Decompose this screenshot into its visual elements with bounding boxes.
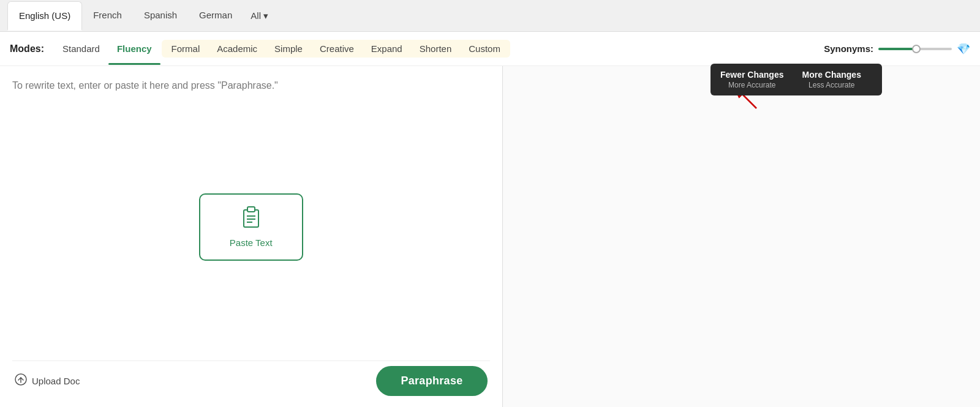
lang-tab-french[interactable]: French (82, 1, 133, 30)
bottom-bar: Upload Doc Paraphrase (12, 360, 490, 401)
mode-custom[interactable]: Custom (460, 40, 509, 58)
mode-academic[interactable]: Academic (208, 40, 266, 58)
clipboard-icon (241, 206, 261, 233)
paraphrase-button[interactable]: Paraphrase (376, 366, 487, 396)
mode-shorten[interactable]: Shorten (411, 40, 461, 58)
right-panel (503, 66, 981, 407)
mode-creative[interactable]: Creative (311, 40, 363, 58)
tooltip-more-sub: Less Accurate (809, 81, 854, 89)
tooltip-fewer-sub: More Accurate (728, 81, 775, 89)
synonyms-label: Synonyms: (824, 43, 873, 54)
synonyms-tooltip: Fewer Changes More Accurate More Changes… (710, 64, 882, 95)
mode-fluency[interactable]: Fluency (108, 40, 160, 58)
modes-bar: Modes: Standard Fluency Formal Academic … (0, 32, 980, 66)
lang-tab-german[interactable]: German (188, 1, 243, 30)
language-bar: English (US) French Spanish German All ▾ (0, 0, 980, 32)
lang-tab-english[interactable]: English (US) (7, 1, 82, 31)
paste-text-button[interactable]: Paste Text (199, 193, 303, 261)
main-content: To rewrite text, enter or paste it here … (0, 66, 980, 407)
upload-icon (15, 373, 27, 389)
tooltip-more-main: More Changes (802, 70, 861, 80)
modes-label: Modes: (10, 43, 44, 54)
left-panel: To rewrite text, enter or paste it here … (0, 66, 503, 407)
mode-standard[interactable]: Standard (54, 40, 108, 58)
diamond-icon: 💎 (957, 42, 970, 56)
lang-tab-spanish[interactable]: Spanish (133, 1, 188, 30)
input-placeholder-text: To rewrite text, enter or paste it here … (12, 78, 490, 93)
chevron-down-icon: ▾ (263, 10, 268, 21)
upload-doc-label: Upload Doc (32, 376, 80, 386)
tooltip-fewer-changes: Fewer Changes More Accurate (720, 70, 783, 89)
mode-expand[interactable]: Expand (363, 40, 411, 58)
svg-rect-3 (247, 207, 255, 212)
synonyms-slider-thumb[interactable] (912, 45, 921, 53)
paste-area: Paste Text (12, 93, 490, 360)
paste-text-label: Paste Text (230, 237, 273, 248)
upload-doc-button[interactable]: Upload Doc (15, 373, 80, 389)
synonyms-slider-container (878, 48, 952, 50)
tooltip-more-changes: More Changes Less Accurate (802, 70, 861, 89)
lang-all-button[interactable]: All ▾ (243, 6, 276, 26)
mode-simple[interactable]: Simple (266, 40, 311, 58)
mode-formal[interactable]: Formal (163, 40, 209, 58)
synonyms-section: Synonyms: 💎 (824, 42, 970, 56)
tooltip-fewer-main: Fewer Changes (720, 70, 783, 80)
all-label: All (251, 10, 261, 21)
synonyms-slider-track[interactable] (878, 48, 952, 50)
